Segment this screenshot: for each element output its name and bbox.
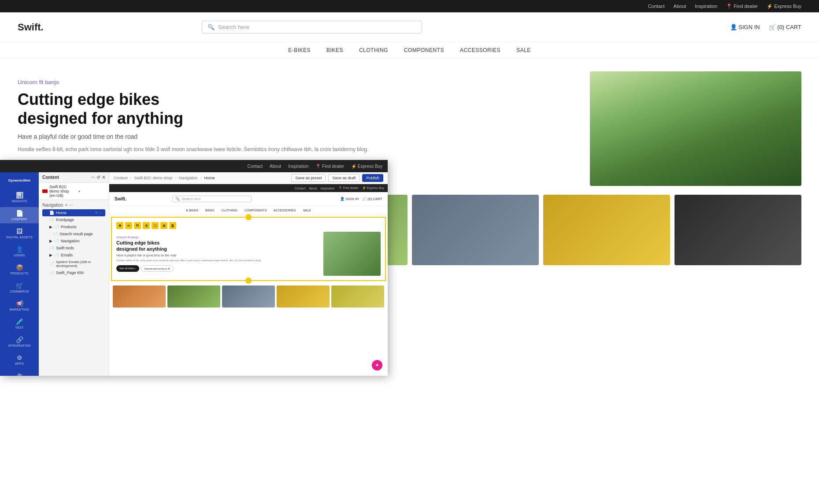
search-bar[interactable]: 🔍 Search here: [202, 21, 422, 33]
nav-section-actions: Navigation + ···: [42, 203, 105, 208]
util-find-dealer[interactable]: 📍 Find dealer: [726, 4, 758, 9]
file-icon-8: 📄: [49, 262, 54, 266]
toolbar-delete-icon[interactable]: 🗑: [169, 222, 176, 229]
signin-button[interactable]: 👤 SIGN IN: [730, 24, 760, 30]
mini-see-all-button[interactable]: See all bikes ›: [116, 265, 139, 272]
tree-item-products[interactable]: ▶ 📄 Products: [42, 223, 105, 230]
mini-header-right: 👤 SIGN IN 🛒 (0) CART: [340, 197, 382, 201]
sidebar-item-insights[interactable]: 📊 INSIGHTS: [0, 189, 39, 205]
nav-add-icon[interactable]: +: [65, 203, 67, 208]
nav-sale[interactable]: SALE: [516, 47, 531, 53]
cms-util-contact[interactable]: Contact: [248, 164, 263, 169]
content-panel-menu[interactable]: ···: [91, 175, 95, 180]
products-icon: 📦: [16, 264, 23, 271]
save-preset-button[interactable]: Save as preset: [291, 174, 326, 182]
sidebar-item-content[interactable]: 📄 CONTENT: [0, 207, 39, 223]
sidebar-item-marketing[interactable]: 📢 MARKETING: [0, 297, 39, 314]
mini-util-about: About: [309, 187, 317, 190]
mini-nav-accessories[interactable]: ACCESSORIES: [274, 209, 296, 212]
mini-nav-clothing[interactable]: CLOTHING: [222, 209, 237, 212]
breadcrumb-shop[interactable]: Swift B2C demo shop: [134, 176, 173, 180]
cart-button[interactable]: 🛒 (0) CART: [769, 24, 801, 30]
util-express-buy[interactable]: ⚡ Express Buy: [767, 4, 801, 9]
nav-section: Navigation + ··· 📄 Home + ··· 📄 Frontpag…: [39, 200, 109, 277]
mini-hero-buttons: See all bikes › Download brochure ⬇: [116, 265, 319, 272]
block-handle-bottom[interactable]: [245, 278, 252, 284]
cms-util-find-dealer[interactable]: 📍 Find dealer: [315, 164, 344, 169]
cms-util-inspiration[interactable]: Inspiration: [288, 164, 308, 169]
tree-item-swift-page[interactable]: 📄 Swift_Page 656: [42, 269, 105, 276]
util-about[interactable]: About: [674, 4, 686, 9]
photo-5: [543, 195, 670, 265]
sidebar-item-commerce[interactable]: 🛒 COMMERCE: [0, 279, 39, 296]
mini-selected-hero-block[interactable]: ✥ ✏ ⧉ ⚙ ⬡ ⊞ 🗑 Unicorn fit banjo Cutting …: [111, 217, 386, 281]
mini-nav-bikes[interactable]: BIKES: [205, 209, 215, 212]
file-icon: 📄: [49, 211, 54, 215]
toolbar-edit-icon[interactable]: ✏: [125, 222, 132, 229]
nav-bikes[interactable]: BIKES: [326, 47, 343, 53]
mini-util-inspiration: Inspiration: [320, 187, 334, 190]
tree-item-navigation[interactable]: ▶ 📄 Navigation: [42, 237, 105, 245]
sidebar-item-products[interactable]: 📦 PRODUCTS: [0, 261, 39, 278]
content-panel-close[interactable]: ✕: [102, 175, 105, 180]
toolbar-grid-icon[interactable]: ⊞: [160, 222, 167, 229]
mini-search-bar[interactable]: 🔍 Search here: [172, 196, 252, 202]
tree-item-swift-tools[interactable]: 📄 Swift tools: [42, 245, 105, 252]
breadcrumb-navigation[interactable]: Navigation: [179, 176, 198, 180]
toolbar-copy-icon[interactable]: ⧉: [134, 222, 141, 229]
tree-item-system-emails[interactable]: 📄 System Emails (Still in development): [42, 259, 105, 269]
toolbar-settings-icon[interactable]: ⚙: [143, 222, 150, 229]
save-draft-button[interactable]: Save as draft: [328, 174, 359, 182]
mini-hero-content: Unicorn fit banjo Cutting edge bikesdesi…: [116, 232, 381, 276]
mini-signin[interactable]: 👤 SIGN IN: [340, 197, 359, 201]
nav-clothing[interactable]: CLOTHING: [359, 47, 388, 53]
breadcrumb-sep-1: ›: [130, 176, 132, 180]
sidebar-item-settings[interactable]: ⚙ SETTINGS: [0, 370, 39, 376]
cms-util-express-buy[interactable]: ⚡ Express Buy: [351, 164, 382, 169]
mini-nav-components[interactable]: COMPONENTS: [245, 209, 267, 212]
site-logo[interactable]: Swift.: [18, 22, 44, 33]
util-contact[interactable]: Contact: [648, 4, 665, 9]
cms-util-about[interactable]: About: [270, 164, 281, 169]
digital-assets-icon: 🖼: [16, 228, 22, 235]
nav-menu-icon[interactable]: ···: [69, 203, 73, 208]
mini-search-text: Search here: [182, 197, 201, 201]
tree-item-home-label: Home: [56, 211, 67, 215]
breadcrumb-content[interactable]: Content: [114, 176, 128, 180]
nav-ebikes[interactable]: E-BIKES: [288, 47, 311, 53]
mini-nav-ebikes[interactable]: E-BIKES: [186, 209, 198, 212]
toolbar-frame-icon[interactable]: ⬡: [152, 222, 159, 229]
tree-item-frontpage[interactable]: 📄 Frontpage: [42, 216, 105, 223]
tree-item-emails[interactable]: ▶ 📄 Emails: [42, 252, 105, 259]
publish-button[interactable]: Publish: [362, 174, 383, 182]
nav-components[interactable]: COMPONENTS: [404, 47, 444, 53]
tree-item-search-result[interactable]: 📄 Search result page: [42, 230, 105, 237]
sidebar-item-users[interactable]: 👤 USERS: [0, 243, 39, 259]
mini-fab-button[interactable]: ✦: [372, 360, 382, 371]
sidebar-label-digital-assets: DIGITAL ASSETS: [6, 236, 33, 239]
tree-item-home[interactable]: 📄 Home + ···: [42, 209, 105, 216]
mini-nav-sale[interactable]: SALE: [303, 209, 311, 212]
toolbar-move-icon[interactable]: ✥: [116, 222, 123, 229]
sidebar-label-integration: INTEGRATION: [8, 344, 31, 347]
sidebar-item-integration[interactable]: 🔗 INTEGRATION: [0, 334, 39, 350]
util-inspiration[interactable]: Inspiration: [695, 4, 717, 9]
file-icon-4: 📄: [53, 232, 58, 236]
cms-logo: DynamicWeb: [7, 176, 32, 185]
nav-accessories[interactable]: ACCESSORIES: [460, 47, 500, 53]
site-selector[interactable]: Swift B2C demo shop (en-GB) ▾: [39, 183, 109, 200]
sidebar-item-test[interactable]: 🧪 TEST: [0, 315, 39, 332]
tree-item-add-btn[interactable]: + ···: [95, 211, 102, 215]
sidebar-label-users: USERS: [14, 254, 25, 257]
sidebar-item-digital-assets[interactable]: 🖼 DIGITAL ASSETS: [0, 225, 39, 241]
mini-cart[interactable]: 🛒 (0) CART: [362, 197, 382, 201]
test-icon: 🧪: [16, 318, 23, 325]
mini-brochure-button[interactable]: Download brochure ⬇: [141, 265, 174, 272]
fab-icon: ✦: [375, 362, 379, 368]
block-handle-top[interactable]: [245, 214, 252, 220]
tree-item-swift-tools-label: Swift tools: [56, 246, 74, 250]
content-panel-refresh[interactable]: ↺: [96, 175, 100, 180]
mini-hero-description: Hoodie selfies 8-bit, echo park lomo sar…: [116, 259, 319, 263]
sidebar-item-apps[interactable]: ⚙ APPS: [0, 352, 39, 368]
content-panel-actions: ··· ↺ ✕: [91, 175, 105, 180]
